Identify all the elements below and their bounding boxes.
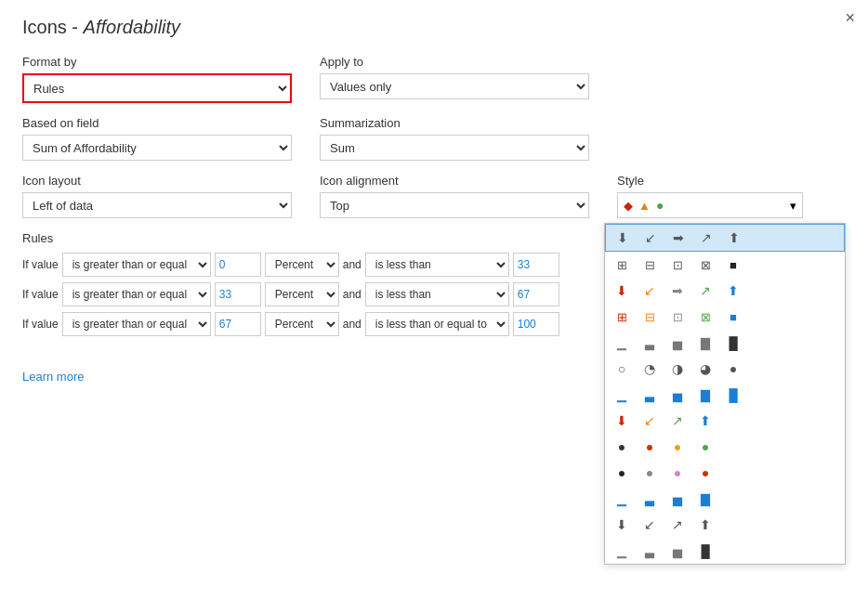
- icon-bar4-blue3[interactable]: ▅: [664, 488, 690, 510]
- format-by-select-wrapper: Rules Field value Color scale: [22, 73, 292, 103]
- icon4g-down[interactable]: ⬇: [609, 514, 635, 536]
- icon-alignment-select[interactable]: Top Middle Bottom: [320, 192, 589, 218]
- rule1-if-label: If value: [22, 258, 59, 271]
- icon4-up-blue[interactable]: ⬆: [692, 410, 718, 432]
- close-button[interactable]: ×: [845, 9, 855, 26]
- icon-barg3[interactable]: ▅: [664, 540, 690, 562]
- icon-bar-blue3[interactable]: ▅: [664, 384, 690, 406]
- icon-pie4[interactable]: ●: [720, 358, 746, 380]
- icon-barg2[interactable]: ▃: [637, 540, 663, 562]
- icon-bar2[interactable]: ▃: [637, 332, 663, 354]
- icon-pie1[interactable]: ◔: [637, 358, 663, 380]
- style-row-arrows4-color[interactable]: ⬇ ↙ ↗ ⬆: [605, 408, 845, 434]
- style-row-arrows-color[interactable]: ⬇ ↙ ➡ ↗ ⬆: [605, 278, 845, 304]
- style-row-arrows4-gray[interactable]: ⬇ ↙ ↗ ⬆: [605, 512, 845, 538]
- icon-circle-green[interactable]: ●: [692, 436, 718, 458]
- icon-circle-red2[interactable]: ●: [692, 462, 718, 484]
- icon-up-blue[interactable]: ⬆: [720, 280, 746, 302]
- icon-right-gray[interactable]: ➡: [664, 280, 690, 302]
- style-row-bars-gray5[interactable]: ▁ ▃ ▅ ▇ █: [605, 330, 845, 356]
- icon-pie3[interactable]: ◕: [692, 358, 718, 380]
- icon-circle-red[interactable]: ●: [637, 436, 663, 458]
- icon-circle-orange[interactable]: ●: [664, 436, 690, 458]
- style-row-squares-color[interactable]: ⊞ ⊟ ⊡ ⊠ ■: [605, 304, 845, 330]
- icon-layout-select[interactable]: Left of data Right of data Data only: [22, 192, 292, 218]
- learn-more-link[interactable]: Learn more: [22, 370, 84, 384]
- icon-sq-red[interactable]: ⊞: [609, 306, 635, 328]
- icon-bar4[interactable]: ▇: [692, 332, 718, 354]
- style-row-circles4-color2[interactable]: ● ● ● ●: [605, 460, 845, 486]
- icon4-upright-green[interactable]: ↗: [664, 410, 690, 432]
- icon-pie0[interactable]: ○: [609, 358, 635, 380]
- icon-bar4-blue4[interactable]: ▇: [692, 488, 718, 510]
- rule1-condition2-select[interactable]: is less than is less than or equal to is…: [365, 253, 509, 277]
- icon-bar3[interactable]: ▅: [664, 332, 690, 354]
- icon4-down-red[interactable]: ⬇: [609, 410, 635, 432]
- icon4g-upright[interactable]: ↗: [664, 514, 690, 536]
- icon-circle-black[interactable]: ●: [609, 462, 635, 484]
- icon-bar-blue2[interactable]: ▃: [637, 384, 663, 406]
- rule3-unit-select[interactable]: Percent Number: [265, 312, 339, 336]
- icon-sq5[interactable]: ■: [720, 254, 746, 276]
- rule3-value1-input[interactable]: [215, 312, 261, 336]
- style-row-selected[interactable]: ⬇ ↙ ➡ ↗ ⬆: [605, 224, 845, 252]
- rule1-value1-input[interactable]: [215, 253, 261, 277]
- icon-barg1[interactable]: ▁: [609, 540, 635, 562]
- icon-sq3[interactable]: ⊡: [664, 254, 690, 276]
- icon-up-gray[interactable]: ⬆: [721, 227, 747, 249]
- table-row: If value is greater than or equal to is …: [22, 312, 598, 336]
- summarization-select[interactable]: Sum Average Min Max: [320, 135, 589, 161]
- style-row-bars-blue5[interactable]: ▁ ▃ ▅ ▇ █: [605, 382, 845, 408]
- icon-sq-blue[interactable]: ■: [720, 306, 746, 328]
- style-row-circles4-color1[interactable]: ● ● ● ●: [605, 434, 845, 460]
- based-on-field-select[interactable]: Sum of Affordability: [22, 135, 292, 161]
- dialog-title: Icons - Affordability: [22, 17, 846, 38]
- icon-sq1[interactable]: ⊞: [609, 254, 635, 276]
- style-row-pies[interactable]: ○ ◔ ◑ ◕ ●: [605, 356, 845, 382]
- rule3-condition1-select[interactable]: is greater than or equal to is greater t…: [62, 312, 211, 336]
- rule2-value2-input[interactable]: [513, 282, 559, 306]
- rule1-value2-input[interactable]: [513, 253, 559, 277]
- style-preview-select[interactable]: ◆ ▲ ● ▾: [617, 192, 803, 218]
- icon-bar1[interactable]: ▁: [609, 332, 635, 354]
- icon-down-gray[interactable]: ⬇: [610, 227, 636, 249]
- icon-bar4-blue2[interactable]: ▃: [637, 488, 663, 510]
- icon-sq-gray[interactable]: ⊡: [664, 306, 690, 328]
- icon-downleft-orange[interactable]: ↙: [637, 280, 663, 302]
- style-row-squares-gray[interactable]: ⊞ ⊟ ⊡ ⊠ ■: [605, 252, 845, 278]
- rule2-condition1-select[interactable]: is greater than or equal to is greater t…: [62, 282, 211, 306]
- icon-upright-gray[interactable]: ↗: [693, 227, 719, 249]
- rule1-unit-select[interactable]: Percent Number: [265, 253, 339, 277]
- style-row-bars-blue4[interactable]: ▁ ▃ ▅ ▇: [605, 486, 845, 512]
- rule3-condition2-select[interactable]: is less than or equal to is less than is…: [365, 312, 509, 336]
- rule2-value1-input[interactable]: [215, 282, 261, 306]
- icon-circle-purple[interactable]: ●: [664, 462, 690, 484]
- icon-sq-orange[interactable]: ⊟: [637, 306, 663, 328]
- apply-to-select[interactable]: Values only Headers only Values and head…: [320, 73, 589, 99]
- icon-upright-green[interactable]: ↗: [692, 280, 718, 302]
- icon-bar-blue5[interactable]: █: [720, 384, 746, 406]
- icon4g-downleft[interactable]: ↙: [637, 514, 663, 536]
- icon-sq4[interactable]: ⊠: [692, 254, 718, 276]
- icon-pie2[interactable]: ◑: [664, 358, 690, 380]
- format-by-select[interactable]: Rules Field value Color scale: [24, 75, 290, 101]
- icon-bar4-blue1[interactable]: ▁: [609, 488, 635, 510]
- icon-bar-blue1[interactable]: ▁: [609, 384, 635, 406]
- icon-down-red[interactable]: ⬇: [609, 280, 635, 302]
- icon4g-up[interactable]: ⬆: [692, 514, 718, 536]
- rule2-condition2-select[interactable]: is less than is less than or equal to is…: [365, 282, 509, 306]
- icon-sq-green[interactable]: ⊠: [692, 306, 718, 328]
- icon-downleft-gray[interactable]: ↙: [638, 227, 664, 249]
- icon-right-gray[interactable]: ➡: [665, 227, 691, 249]
- icon4-downleft-orange[interactable]: ↙: [637, 410, 663, 432]
- icon-bar5[interactable]: █: [720, 332, 746, 354]
- rule1-condition1-select[interactable]: is greater than or equal to is greater t…: [62, 253, 211, 277]
- style-row-bars-gray4[interactable]: ▁ ▃ ▅ █: [605, 538, 845, 564]
- icon-barg4[interactable]: █: [692, 540, 718, 562]
- icon-circle-gray[interactable]: ●: [637, 462, 663, 484]
- rule2-unit-select[interactable]: Percent Number: [265, 282, 339, 306]
- icon-circle-dark[interactable]: ●: [609, 436, 635, 458]
- icon-sq2[interactable]: ⊟: [637, 254, 663, 276]
- icon-bar-blue4[interactable]: ▇: [692, 384, 718, 406]
- rule3-value2-input[interactable]: [513, 312, 559, 336]
